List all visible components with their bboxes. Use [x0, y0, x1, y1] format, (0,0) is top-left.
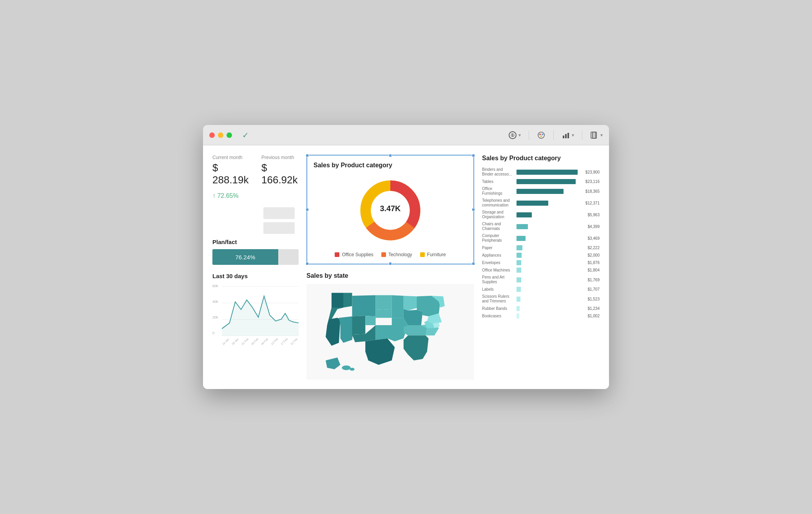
state-tx [365, 338, 395, 365]
y-axis-labels: 60k 40k 20k 0 [212, 284, 218, 335]
bar-fill [517, 170, 578, 175]
bar-item: Bookcases $1,002 [482, 313, 600, 319]
bar-fill [517, 245, 522, 250]
donut-svg: 3.47K [355, 175, 426, 246]
bar-label: Bookcases [482, 314, 513, 319]
resize-handle-bl[interactable] [306, 262, 309, 265]
bar-item: Paper $2,222 [482, 245, 600, 250]
line-chart-svg [222, 284, 299, 339]
state-wa [332, 293, 343, 309]
bar-label: Envelopes [482, 261, 513, 265]
bar-container [517, 224, 578, 229]
right-column: Sales by Product category Binders and Bi… [482, 155, 600, 380]
minimize-button[interactable] [218, 132, 223, 138]
bar-container [517, 236, 578, 241]
map-title: Sales by state [306, 272, 474, 279]
legend-dot-technology [381, 252, 386, 257]
progress-percent: 76.24% [235, 254, 255, 261]
bar-fill [517, 277, 521, 282]
state-ky-tn [404, 325, 427, 335]
donut-chart-container: Sales by Product category 3.47K [306, 155, 474, 264]
resize-handle-br[interactable] [472, 262, 475, 265]
theme-selector[interactable]: ① ▾ [508, 131, 521, 139]
map-area [306, 284, 474, 380]
state-hi2 [350, 368, 355, 371]
svg-rect-8 [567, 133, 569, 138]
bar-fill [517, 260, 521, 265]
bar-container [517, 212, 578, 217]
close-button[interactable] [209, 132, 215, 138]
state-mn-ia [392, 295, 404, 318]
bar-value: $1,707 [581, 287, 600, 291]
legend-label-furniture: Furniture [427, 252, 446, 257]
current-month-amount: $ 288.19k [212, 162, 249, 186]
resize-handle-tl[interactable] [306, 154, 309, 157]
legend-label-office-supplies: Office Supplies [342, 252, 373, 257]
state-hi [342, 366, 351, 370]
bar-fill [517, 224, 528, 229]
maximize-button[interactable] [227, 132, 232, 138]
bar-label: Rubber Bands [482, 306, 513, 311]
bar-value: $23,116 [581, 179, 600, 184]
bar-container [517, 297, 578, 302]
resize-handle-tm[interactable] [389, 154, 392, 157]
bar-item: Appliances $2,000 [482, 253, 600, 258]
us-map-svg [306, 284, 474, 378]
bar-value: $3,469 [581, 236, 600, 241]
bar-value: $1,804 [581, 268, 600, 272]
bar-container [517, 179, 578, 184]
bar-value: $1,234 [581, 306, 600, 311]
bar-container [517, 306, 578, 311]
main-window: ✓ ① ▾ [203, 125, 609, 389]
bar-fill [517, 189, 564, 194]
resize-handle-ml[interactable] [306, 208, 309, 211]
previous-month-amount: $ 166.92k [261, 162, 298, 186]
chart-type-selector[interactable]: ▾ [562, 131, 574, 139]
bar-container [517, 201, 578, 206]
change-percent: 72.65% [212, 192, 299, 199]
bar-fill [517, 201, 548, 206]
bar-value: $12,371 [581, 201, 600, 205]
titlebar: ✓ ① ▾ [203, 125, 609, 145]
state-mt-wy [352, 295, 376, 317]
bar-item: Chairs and Chairmats $4,399 [482, 222, 600, 231]
bar-item: Envelopes $1,876 [482, 260, 600, 265]
bar-label: Tables [482, 179, 513, 184]
resize-handle-tr[interactable] [472, 154, 475, 157]
map-chart-container: Sales by state [306, 272, 474, 380]
main-content: Current month $ 288.19k Previous month $… [203, 145, 609, 389]
bar-container [517, 189, 578, 194]
svg-point-5 [540, 136, 542, 137]
previous-month-metric: Previous month $ 166.92k [261, 155, 299, 186]
x-axis-labels: 24 Jan 28 Jan 01 Feb 05 Feb 09 Feb 13 Fe… [222, 341, 299, 346]
bar-value: $1,769 [581, 278, 600, 282]
resize-handle-bm[interactable] [389, 262, 392, 265]
check-icon[interactable]: ✓ [242, 130, 249, 140]
bar-container [517, 268, 578, 273]
current-month-label: Current month [212, 155, 250, 160]
bar-item: Binders and Binder accesso... $23,900 [482, 167, 600, 177]
bar-container [517, 287, 578, 292]
bar-label: Pens and Art Supplies [482, 275, 513, 284]
svg-point-2 [538, 132, 544, 138]
legend-furniture: Furniture [420, 252, 446, 257]
current-month-metric: Current month $ 288.19k [212, 155, 250, 186]
bar-value: $1,002 [581, 314, 600, 318]
state-id-or [343, 293, 352, 308]
left-column: Current month $ 288.19k Previous month $… [212, 155, 299, 380]
bar-container [517, 260, 578, 265]
palette-icon[interactable] [537, 131, 546, 139]
metrics-row: Current month $ 288.19k Previous month $… [212, 155, 299, 186]
bar-label: Office Furnishings [482, 186, 513, 196]
export-selector[interactable]: ▾ [590, 131, 603, 139]
bar-fill [517, 253, 522, 258]
bar-item: Telephones and communication $12,371 [482, 198, 600, 208]
bar-value: $1,523 [581, 297, 600, 301]
bar-fill [517, 306, 520, 311]
previous-month-value: $ 166.92k [261, 162, 299, 186]
bar-value: $2,222 [581, 246, 600, 250]
bar-fill [517, 297, 520, 302]
svg-marker-16 [222, 296, 299, 336]
resize-handle-mr[interactable] [472, 208, 475, 211]
legend-dot-furniture [420, 252, 425, 257]
